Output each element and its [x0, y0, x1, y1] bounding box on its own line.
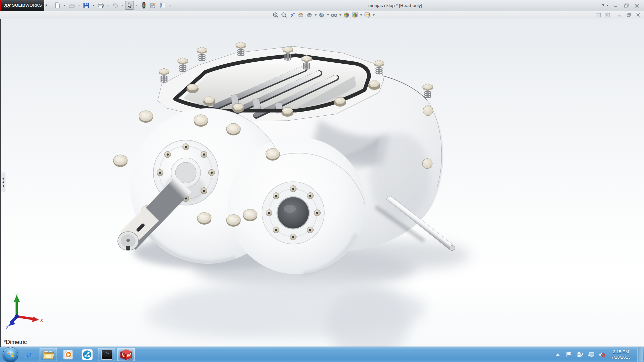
menu-flyout-arrow[interactable]	[44, 0, 48, 11]
open-folder-icon	[69, 2, 75, 8]
window-controls: ?	[601, 0, 641, 11]
display-style-cube-icon	[319, 12, 325, 18]
clock-date: 7/28/2015	[611, 355, 631, 360]
edit-appearance-button[interactable]	[342, 11, 351, 18]
select-button[interactable]	[125, 1, 134, 10]
print-dropdown[interactable]	[106, 1, 110, 10]
taskbar-windows-explorer[interactable]	[40, 348, 57, 361]
gearbox-model[interactable]	[1, 19, 644, 347]
print-icon	[98, 2, 104, 8]
flyout-arrow-icon	[46, 4, 47, 7]
restore-button[interactable]	[623, 2, 630, 9]
undo-button[interactable]	[111, 1, 119, 10]
document-restore-button[interactable]	[626, 12, 632, 18]
document-restore-icon	[627, 13, 631, 17]
volume-button[interactable]	[599, 351, 605, 359]
windows-flag-icon	[6, 351, 14, 358]
taskbar-share-app[interactable]	[78, 348, 96, 361]
taskbar: e	[0, 347, 644, 362]
taskbar-solidworks[interactable]: S W 2015	[117, 348, 135, 361]
folder-icon	[42, 350, 54, 360]
taskbar-media-player[interactable]	[59, 348, 76, 361]
traffic-light-icon	[142, 2, 146, 9]
collapse-pane-button[interactable]	[595, 12, 602, 18]
start-button[interactable]	[3, 347, 18, 362]
print-button[interactable]	[96, 1, 105, 10]
power-battery-button[interactable]	[577, 351, 583, 359]
display-style-button[interactable]	[318, 11, 326, 18]
options-button[interactable]	[158, 1, 167, 10]
taskbar-clock[interactable]: 2:15 PM 7/28/2015	[611, 349, 631, 360]
document-close-icon	[636, 13, 640, 17]
action-center-button[interactable]	[566, 351, 572, 359]
internet-explorer-icon: e	[26, 350, 32, 360]
display-style-dropdown[interactable]	[326, 11, 330, 18]
rebuild-button[interactable]	[140, 1, 148, 10]
hide-show-items-dropdown[interactable]	[338, 11, 342, 18]
taskbar-items: e	[0, 347, 135, 362]
open-dropdown[interactable]	[77, 1, 81, 10]
hide-show-items-button[interactable]	[330, 11, 338, 18]
show-desktop-button[interactable]	[637, 347, 643, 362]
command-prompt-icon: C:\_	[101, 350, 112, 360]
output-hub[interactable]	[262, 182, 324, 244]
section-view-icon	[298, 12, 304, 18]
new-document-button[interactable]	[53, 1, 62, 10]
clock-time: 2:15 PM	[611, 349, 631, 355]
document-minimize-button[interactable]	[616, 12, 623, 18]
reference-triad: Y X Z	[5, 292, 46, 329]
zoom-to-area-icon	[281, 12, 287, 18]
ie-orbit-ring	[24, 352, 39, 358]
file-properties-button[interactable]	[149, 1, 158, 10]
restore-icon	[624, 3, 629, 8]
flag-icon	[566, 351, 572, 358]
network-button[interactable]	[588, 351, 594, 359]
previous-view-icon	[289, 12, 296, 18]
options-dropdown[interactable]	[168, 1, 172, 10]
show-hidden-icons-button[interactable]	[554, 351, 561, 359]
heads-up-view-toolbar	[272, 11, 375, 19]
expand-pane-button[interactable]	[604, 12, 611, 18]
minimize-button[interactable]	[612, 2, 619, 9]
zoom-to-fit-button[interactable]	[272, 11, 280, 18]
system-tray: 2:15 PM 7/28/2015	[554, 347, 644, 362]
help-button[interactable]: ?	[601, 3, 604, 8]
solidworks-app-icon: S W 2015	[120, 349, 132, 360]
appearance-ball-icon	[343, 12, 350, 18]
taskbar-command-prompt[interactable]: C:\_	[98, 348, 115, 361]
view-orientation-button[interactable]	[305, 11, 313, 18]
undo-dropdown[interactable]	[120, 1, 124, 10]
view-settings-icon	[364, 12, 371, 18]
sw-badge-2015: 2015	[126, 358, 132, 361]
zoom-to-fit-icon	[273, 12, 279, 18]
save-button[interactable]	[82, 1, 91, 10]
apply-scene-dropdown[interactable]	[359, 11, 363, 18]
save-dropdown[interactable]	[91, 1, 96, 10]
triad-z-label: Z	[6, 325, 8, 329]
document-close-button[interactable]	[635, 12, 641, 18]
apply-scene-button[interactable]	[351, 11, 359, 18]
save-floppy-icon	[83, 2, 89, 8]
close-button[interactable]	[633, 2, 641, 9]
select-dropdown[interactable]	[135, 1, 139, 10]
new-document-icon	[54, 2, 60, 8]
graphics-area[interactable]: Y X Z *Dimetric	[0, 19, 644, 347]
taskbar-internet-explorer[interactable]: e	[20, 348, 38, 361]
select-cursor-icon	[127, 2, 132, 8]
feature-tree-collapsed-tab[interactable]	[1, 173, 5, 192]
view-settings-button[interactable]	[363, 11, 371, 18]
help-dropdown[interactable]	[606, 5, 608, 6]
previous-view-button[interactable]	[288, 11, 297, 18]
expand-arrow-icon	[2, 185, 4, 187]
volume-muted-icon	[599, 351, 605, 358]
open-button[interactable]	[67, 1, 76, 10]
new-document-dropdown[interactable]	[62, 1, 67, 10]
view-settings-dropdown[interactable]	[372, 11, 375, 18]
section-view-button[interactable]	[297, 11, 305, 18]
triad-x-label: X	[40, 318, 43, 323]
view-orientation-dropdown[interactable]	[314, 11, 317, 18]
zoom-to-area-button[interactable]	[280, 11, 288, 18]
eyeglasses-icon	[331, 12, 337, 18]
view-orientation-label: *Dimetric	[4, 339, 27, 346]
battery-plug-icon	[577, 351, 583, 358]
